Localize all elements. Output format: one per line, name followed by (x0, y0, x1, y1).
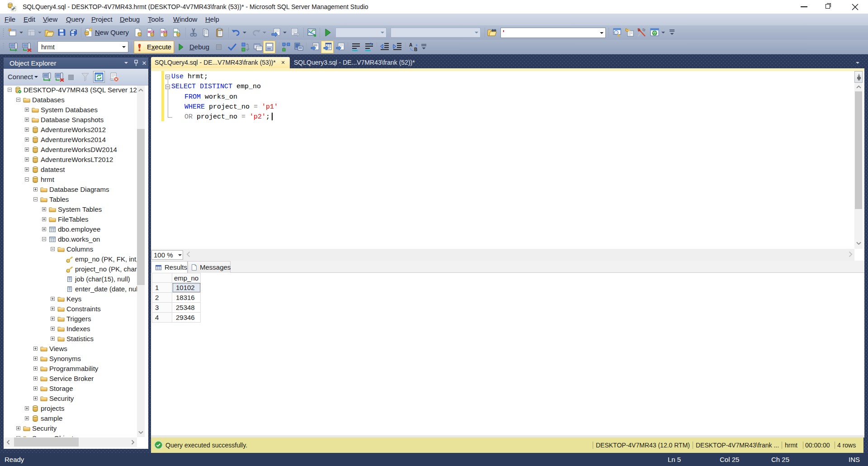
svg-text:B: B (414, 47, 417, 52)
svg-text:A: A (409, 43, 412, 48)
